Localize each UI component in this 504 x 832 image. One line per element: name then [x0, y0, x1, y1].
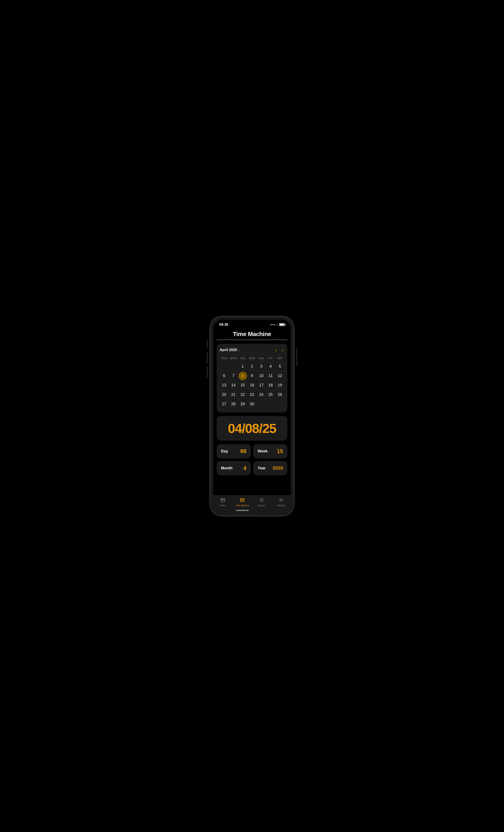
- day-cell[interactable]: 14: [230, 381, 236, 389]
- duration-icon: [259, 498, 264, 504]
- tab-settings[interactable]: Settings: [271, 498, 291, 506]
- tab-label-today: Today: [220, 504, 226, 506]
- day-cell[interactable]: 13: [221, 381, 227, 389]
- day-cell[interactable]: 29: [240, 400, 246, 408]
- day-cell-wrapper: 10: [257, 371, 266, 381]
- day-cell[interactable]: 6: [222, 372, 226, 380]
- svg-rect-6: [241, 500, 242, 501]
- volume-down-button[interactable]: [207, 366, 208, 378]
- day-cell-empty: [260, 402, 262, 406]
- day-cell[interactable]: 11: [268, 372, 274, 380]
- day-cell[interactable]: 22: [240, 390, 246, 399]
- month-expand-icon[interactable]: ›: [238, 348, 239, 352]
- day-cell-wrapper: 1: [238, 362, 247, 371]
- calendar-prev-button[interactable]: ‹: [274, 347, 277, 353]
- calendar-card: April 2025 › ‹ › SUN MON TUE WED THU: [217, 344, 287, 413]
- day-cell[interactable]: 19: [277, 381, 283, 389]
- tab-today[interactable]: Today: [213, 498, 233, 506]
- day-cell[interactable]: 4: [269, 362, 272, 370]
- phone-screen: 09:36 ≈ Time Machine: [213, 319, 291, 513]
- day-cell[interactable]: 15: [240, 381, 246, 389]
- days-grid: 1234567891011121314151617181920212223242…: [220, 362, 284, 409]
- status-time: 09:36: [219, 322, 228, 327]
- day-cell-wrapper: 23: [247, 390, 256, 399]
- tab-active-indicator: [236, 510, 249, 511]
- day-cell[interactable]: 9: [250, 372, 254, 380]
- day-cell-wrapper: [275, 400, 284, 409]
- day-header-mon: MON: [229, 356, 238, 361]
- day-cell-wrapper: [220, 362, 229, 371]
- day-cell-wrapper: 26: [275, 390, 284, 399]
- battery-icon: [279, 323, 285, 326]
- silent-button[interactable]: [207, 340, 208, 348]
- day-cell-wrapper: 6: [220, 371, 229, 381]
- day-cell[interactable]: 17: [258, 381, 264, 389]
- day-cell-wrapper: 13: [220, 381, 229, 390]
- month-year-text: April 2025: [220, 348, 237, 352]
- day-cell-wrapper: 20: [220, 390, 229, 399]
- day-cell[interactable]: 30: [249, 400, 255, 408]
- day-header-tue: TUE: [238, 356, 247, 361]
- day-cell[interactable]: 12: [277, 372, 283, 380]
- day-cell[interactable]: 20: [221, 390, 227, 399]
- day-cell-empty: [223, 365, 225, 368]
- calendar-month-label[interactable]: April 2025 ›: [220, 348, 239, 352]
- svg-rect-9: [241, 501, 242, 501]
- day-headers: SUN MON TUE WED THU FRI SAT: [220, 356, 284, 361]
- day-header-sun: SUN: [220, 356, 229, 361]
- day-cell[interactable]: 1: [241, 362, 245, 370]
- tab-time-machine[interactable]: Time Machine: [233, 498, 252, 506]
- stat-card-year[interactable]: Year 2025: [253, 461, 287, 475]
- day-cell-wrapper: 22: [238, 390, 247, 399]
- app-content: Time Machine April 2025 › ‹ › SUN: [213, 328, 291, 495]
- day-cell-wrapper: 9: [247, 371, 256, 381]
- day-cell-wrapper: 21: [229, 390, 238, 399]
- day-header-wed: WED: [247, 356, 257, 361]
- day-cell[interactable]: 5: [278, 362, 282, 370]
- stat-card-day[interactable]: Day 98: [217, 444, 251, 459]
- tab-label-duration: Duration: [258, 504, 266, 506]
- day-cell[interactable]: 23: [249, 390, 255, 399]
- title-divider: [217, 340, 287, 340]
- date-big-display: 04/08/25: [220, 421, 284, 436]
- wifi-icon: ≈: [276, 323, 278, 327]
- svg-point-13: [281, 499, 282, 501]
- day-cell-wrapper: 5: [275, 362, 284, 371]
- day-cell-wrapper: 19: [275, 381, 284, 390]
- day-cell[interactable]: 10: [258, 372, 264, 380]
- day-cell[interactable]: 2: [250, 362, 254, 370]
- day-cell[interactable]: 26: [277, 390, 283, 399]
- day-cell[interactable]: 25: [268, 390, 274, 399]
- calendar-next-button[interactable]: ›: [281, 347, 284, 353]
- tab-bar: Today Time Machine: [213, 495, 291, 513]
- day-cell[interactable]: 24: [258, 390, 264, 399]
- volume-up-button[interactable]: [207, 352, 208, 364]
- day-cell-empty: [270, 402, 271, 406]
- day-cell-selected[interactable]: 8: [239, 372, 247, 380]
- stat-card-week[interactable]: Week 15: [253, 444, 287, 459]
- day-cell-wrapper: [266, 400, 275, 409]
- day-cell-wrapper: 15: [238, 381, 247, 390]
- stat-card-month[interactable]: Month 4: [217, 461, 251, 475]
- status-icons: ≈: [270, 323, 285, 327]
- day-cell[interactable]: 28: [230, 400, 236, 408]
- day-cell-wrapper: 14: [229, 381, 238, 390]
- day-cell-wrapper: 3: [257, 362, 266, 371]
- time-machine-icon: [240, 498, 245, 504]
- power-button[interactable]: [296, 349, 297, 366]
- day-header-fri: FRI: [266, 356, 275, 361]
- day-header-thu: THU: [257, 356, 266, 361]
- day-cell[interactable]: 16: [249, 381, 255, 389]
- day-cell[interactable]: 7: [232, 372, 235, 380]
- svg-rect-7: [242, 500, 243, 501]
- svg-rect-3: [223, 500, 223, 501]
- phone-frame: 09:36 ≈ Time Machine: [210, 316, 294, 516]
- day-cell-wrapper: 24: [257, 390, 266, 399]
- day-cell[interactable]: 18: [268, 381, 274, 389]
- stat-value-month: 4: [243, 465, 246, 471]
- day-cell[interactable]: 27: [221, 400, 227, 408]
- tab-duration[interactable]: Duration: [252, 498, 271, 506]
- day-cell[interactable]: 3: [259, 362, 263, 370]
- day-cell[interactable]: 21: [230, 390, 236, 399]
- tab-label-settings: Settings: [277, 504, 285, 506]
